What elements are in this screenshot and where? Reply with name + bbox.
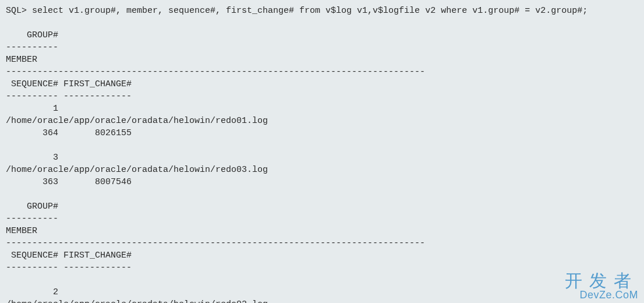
col-header-member: MEMBER [6,55,37,65]
divider: ----------------------------------------… [6,238,425,248]
col-header-group: GROUP# [6,202,58,212]
sql-prompt: SQL> [6,6,32,16]
col-header-group: GROUP# [6,30,58,40]
value-group: 3 [6,153,58,163]
value-member: /home/oracle/app/oracle/oradata/helowin/… [6,165,268,175]
value-group: 2 [6,287,58,297]
divider: ---------- ------------- [6,263,132,273]
terminal-output: SQL> select v1.group#, member, sequence#… [6,5,638,303]
col-header-sequence: SEQUENCE# FIRST_CHANGE# [6,79,132,89]
value-seq-change: 364 8026155 [6,128,132,138]
value-seq-change: 363 8007546 [6,177,132,187]
value-group: 1 [6,104,58,114]
watermark: 开发者 DevZe.CoM [565,272,638,300]
value-member: /home/oracle/app/oracle/oradata/helowin/… [6,300,268,303]
sql-query: select v1.group#, member, sequence#, fir… [32,6,588,16]
divider: ---------- [6,214,58,224]
col-header-sequence: SEQUENCE# FIRST_CHANGE# [6,251,132,260]
divider: ---------- ------------- [6,91,132,101]
watermark-cn: 开发者 [565,272,638,290]
divider: ----------------------------------------… [6,67,425,77]
col-header-member: MEMBER [6,226,37,236]
value-member: /home/oracle/app/oracle/oradata/helowin/… [6,116,268,126]
watermark-en: DevZe.CoM [565,290,638,300]
divider: ---------- [6,43,58,52]
